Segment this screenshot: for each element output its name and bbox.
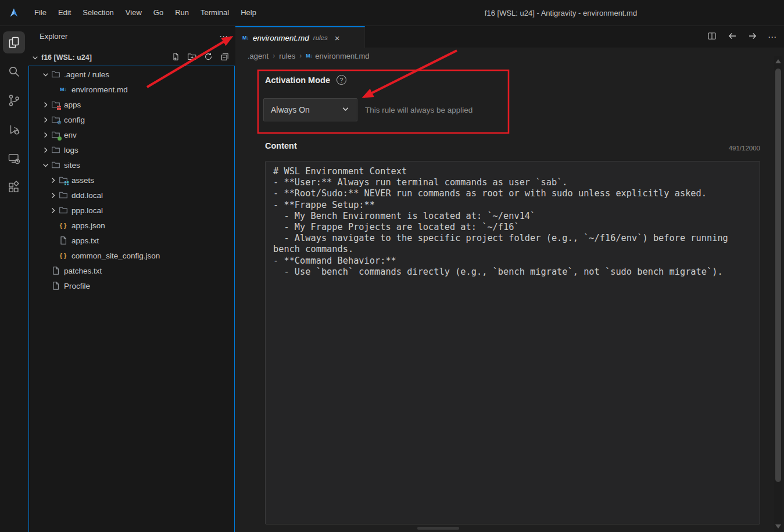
tree-item-ppp-local[interactable]: ppp.local xyxy=(29,203,234,218)
tree-item-apps-json[interactable]: { }apps.json xyxy=(29,218,234,233)
editor-area: M↓ environment.md rules × ⋯ .agent › rul… xyxy=(235,26,784,532)
tab-dir-hint: rules xyxy=(313,34,328,41)
config-gear-icon: ⚙ xyxy=(57,120,62,125)
chevron-right-icon xyxy=(48,85,58,94)
chevron-right-icon xyxy=(41,100,51,109)
folder-icon xyxy=(51,160,60,170)
collapse-all-icon[interactable] xyxy=(220,52,230,64)
chevron-right-icon xyxy=(48,175,58,185)
rule-content-textarea[interactable]: # WSL Environment Context - **User:** Al… xyxy=(265,161,760,524)
tree-item-ddd-local[interactable]: ddd.local xyxy=(29,188,234,203)
breadcrumb-rules[interactable]: rules xyxy=(279,52,295,60)
tree-item-procfile[interactable]: Procfile xyxy=(29,278,234,293)
refresh-icon[interactable] xyxy=(203,52,213,64)
activity-remote-explorer-remote-icon[interactable] xyxy=(3,148,25,170)
tree-item-label: apps xyxy=(64,100,81,109)
folder-icon xyxy=(58,206,68,215)
breadcrumb-agent[interactable]: .agent xyxy=(248,52,269,60)
tree-item-common-site-config-json[interactable]: { }common_site_config.json xyxy=(29,248,234,263)
workspace-section-header[interactable]: f16 [WSL: u24] xyxy=(28,50,235,65)
go-back-icon[interactable] xyxy=(727,31,738,44)
env-badge-icon xyxy=(58,136,62,141)
chevron-down-icon xyxy=(41,160,51,170)
markdown-icon: M↓ xyxy=(306,53,312,59)
dropdown-selected-value: Always On xyxy=(271,105,341,114)
file-icon xyxy=(51,266,60,275)
menu-item-terminal[interactable]: Terminal xyxy=(195,3,235,23)
tree-item-label: config xyxy=(64,116,85,124)
menu-item-view[interactable]: View xyxy=(120,3,148,23)
menu-item-file[interactable]: File xyxy=(28,3,52,23)
menu-item-go[interactable]: Go xyxy=(148,3,169,23)
folder-icon xyxy=(58,175,68,185)
tree-item-environment-md[interactable]: M↓environment.md xyxy=(29,82,234,97)
tree-item-env[interactable]: env xyxy=(29,127,234,142)
tab-close-icon[interactable]: × xyxy=(335,34,340,42)
breadcrumb: .agent › rules › M↓ environment.md xyxy=(235,48,784,63)
split-editor-icon[interactable] xyxy=(707,31,717,44)
new-folder-icon[interactable] xyxy=(187,52,197,64)
chevron-right-icon xyxy=(41,115,51,124)
menu-item-help[interactable]: Help xyxy=(235,3,262,23)
explorer-actions xyxy=(171,52,230,64)
tree-item-label: assets xyxy=(71,176,94,185)
chevron-down-icon xyxy=(41,70,51,79)
editor-actions: ⋯ xyxy=(707,26,777,48)
markdown-icon: M↓ xyxy=(242,35,249,41)
vertical-scrollbar[interactable] xyxy=(774,56,782,532)
activity-run-debug-debug-icon[interactable] xyxy=(3,118,25,141)
new-file-icon[interactable] xyxy=(171,52,181,64)
menu-item-selection[interactable]: Selection xyxy=(77,3,119,23)
activity-source-control-git-branch-icon[interactable] xyxy=(3,89,25,112)
help-icon[interactable]: ? xyxy=(336,75,346,85)
go-forward-icon[interactable] xyxy=(747,31,758,44)
tree-item-label: logs xyxy=(64,146,78,154)
tree-item-label: sites xyxy=(64,161,80,170)
tree-item-apps-txt[interactable]: apps.txt xyxy=(29,233,234,248)
breadcrumb-file[interactable]: M↓ environment.md xyxy=(306,52,369,60)
tree-item-label: common_site_config.json xyxy=(71,251,160,260)
activation-mode-row: Activation Mode ? xyxy=(265,75,346,85)
md-icon: M↓ xyxy=(58,85,68,94)
chevron-right-icon xyxy=(41,281,51,290)
folder-icon xyxy=(51,100,60,109)
folder-icon xyxy=(51,145,60,154)
tree-item-config[interactable]: ⚙config xyxy=(29,112,234,127)
activation-mode-dropdown[interactable]: Always On xyxy=(263,98,357,121)
menu-item-run[interactable]: Run xyxy=(169,3,195,23)
chevron-down-icon xyxy=(341,105,350,116)
tree-item-label: apps.txt xyxy=(71,236,99,245)
tree-item--agent-rules[interactable]: .agent / rules xyxy=(29,67,234,82)
tab-environment-md[interactable]: M↓ environment.md rules × xyxy=(235,26,365,48)
activation-mode-label: Activation Mode xyxy=(265,76,330,85)
tree-item-logs[interactable]: logs xyxy=(29,142,234,157)
file-icon xyxy=(58,236,68,245)
tree-item-sites[interactable]: sites xyxy=(29,157,234,172)
chevron-down-icon xyxy=(30,53,40,62)
more-actions-icon[interactable]: ⋯ xyxy=(768,32,777,42)
vertical-scrollbar-thumb[interactable] xyxy=(775,69,781,482)
json-icon: { } xyxy=(58,221,68,230)
menu-item-edit[interactable]: Edit xyxy=(52,3,77,23)
sidebar-more-icon[interactable]: ⋯ xyxy=(219,31,228,42)
rule-helper-text: This rule will always be applied xyxy=(365,98,472,121)
activity-explorer-files-icon[interactable] xyxy=(3,31,25,53)
scroll-down-icon[interactable] xyxy=(775,524,781,529)
char-counter: 491/12000 xyxy=(729,145,760,152)
activity-search-search-icon[interactable] xyxy=(3,60,25,82)
chevron-right-icon: › xyxy=(299,52,302,60)
tab-strip: M↓ environment.md rules × xyxy=(235,26,784,48)
chevron-right-icon xyxy=(48,236,58,245)
tree-item-assets[interactable]: assets xyxy=(29,172,234,188)
folder-icon xyxy=(51,70,60,79)
menu-bar: FileEditSelectionViewGoRunTerminalHelp xyxy=(28,0,262,26)
scroll-up-icon[interactable] xyxy=(775,59,781,63)
file-tree: .agent / rulesM↓environment.mdapps⚙confi… xyxy=(28,66,235,532)
explorer-sidebar: Explorer ⋯ f16 [WSL: u24] .agent / rules… xyxy=(28,26,235,532)
tree-item-patches-txt[interactable]: patches.txt xyxy=(29,263,234,278)
tree-item-apps[interactable]: apps xyxy=(29,97,234,112)
activity-extensions-extensions-icon[interactable] xyxy=(3,177,25,199)
horizontal-scrollbar-thumb[interactable] xyxy=(417,527,459,530)
chevron-right-icon xyxy=(48,206,58,215)
rule-content-text: # WSL Environment Context - **User:** Al… xyxy=(273,166,752,278)
